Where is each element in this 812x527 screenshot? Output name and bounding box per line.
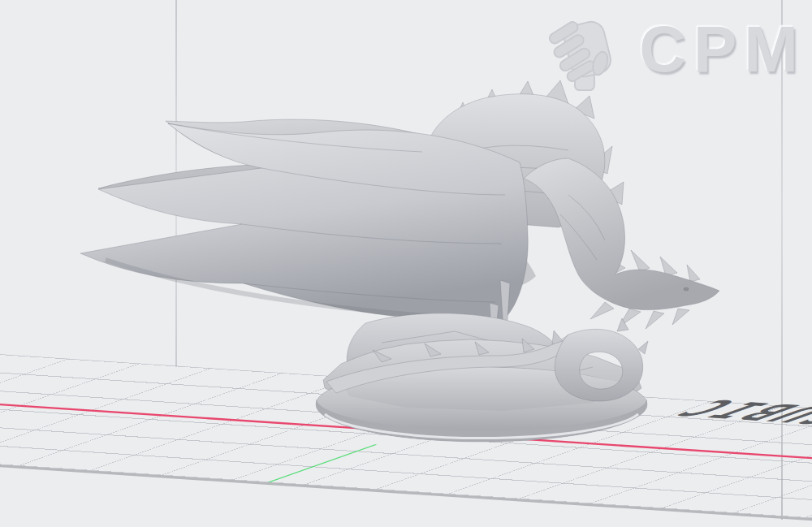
dragon-model[interactable]	[0, 0, 812, 527]
dragon-eye	[684, 287, 689, 291]
dragon-neck-head	[524, 158, 719, 310]
3d-viewport[interactable]: CUBIC	[0, 0, 812, 527]
dragon-wing	[80, 123, 528, 322]
